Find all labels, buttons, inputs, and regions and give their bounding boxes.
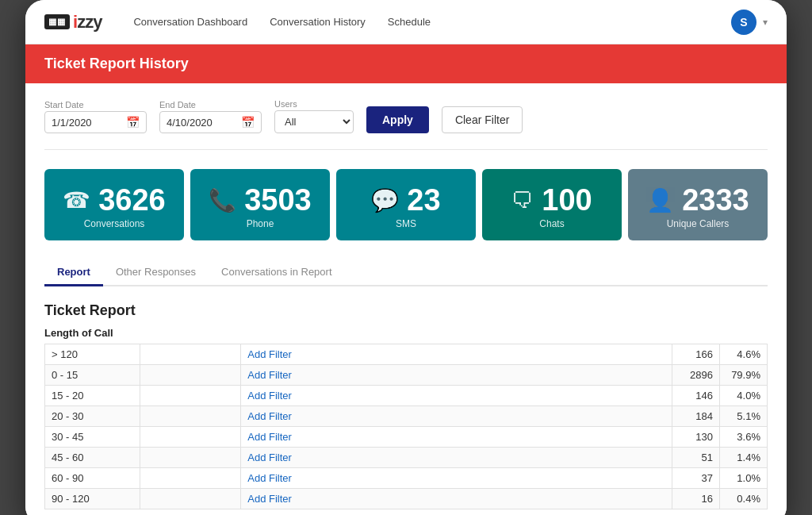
spacer-cell bbox=[140, 386, 241, 406]
filter-row: Start Date 📅 End Date 📅 Users All A bbox=[44, 99, 768, 150]
start-date-input-wrap: 📅 bbox=[44, 111, 147, 133]
pct-cell: 1.0% bbox=[720, 468, 768, 489]
tab-other-responses[interactable]: Other Responses bbox=[103, 259, 209, 286]
device-frame: ▦▦ izzy Conversation Dashboard Conversat… bbox=[25, 0, 787, 515]
end-date-field: End Date 📅 bbox=[159, 100, 262, 133]
tabs-row: Report Other Responses Conversations in … bbox=[44, 259, 768, 286]
add-filter-button[interactable]: Add Filter bbox=[241, 468, 672, 489]
range-cell: 60 - 90 bbox=[45, 468, 140, 489]
clear-filter-button[interactable]: Clear Filter bbox=[442, 106, 523, 133]
unique-label: Unique Callers bbox=[667, 218, 730, 229]
count-cell: 166 bbox=[672, 344, 720, 365]
stat-card-conversations: ☎ 3626 Conversations bbox=[44, 169, 184, 240]
phone-icon: 📞 bbox=[209, 187, 236, 213]
spacer-cell bbox=[140, 427, 241, 448]
pct-cell: 4.0% bbox=[720, 386, 768, 406]
spacer-cell bbox=[140, 489, 241, 509]
unique-callers-icon: 👤 bbox=[646, 187, 674, 213]
table-row: 20 - 30 Add Filter 184 5.1% bbox=[45, 406, 768, 427]
calendar-icon: 📅 bbox=[126, 116, 140, 129]
table-row: 0 - 15 Add Filter 2896 79.9% bbox=[45, 365, 768, 386]
stat-card-chats: 🗨 100 Chats bbox=[482, 169, 622, 240]
report-title: Ticket Report bbox=[44, 302, 768, 319]
tab-conversations-in-report[interactable]: Conversations in Report bbox=[209, 259, 344, 286]
apply-button[interactable]: Apply bbox=[366, 106, 429, 133]
table-row: > 120 Add Filter 166 4.6% bbox=[45, 344, 768, 365]
phone-number: 3503 bbox=[244, 185, 312, 215]
report-section: Ticket Report Length of Call > 120 Add F… bbox=[44, 302, 768, 509]
range-cell: 15 - 20 bbox=[45, 386, 140, 406]
sms-icon: 💬 bbox=[371, 187, 399, 213]
page-header: Ticket Report History bbox=[25, 44, 787, 83]
count-cell: 146 bbox=[672, 386, 720, 406]
add-filter-button[interactable]: Add Filter bbox=[241, 344, 672, 365]
add-filter-button[interactable]: Add Filter bbox=[241, 489, 672, 509]
nav-schedule[interactable]: Schedule bbox=[388, 16, 431, 28]
report-table: > 120 Add Filter 166 4.6% 0 - 15 Add Fil… bbox=[44, 344, 768, 509]
end-date-label: End Date bbox=[159, 100, 262, 110]
add-filter-button[interactable]: Add Filter bbox=[241, 386, 672, 406]
pct-cell: 5.1% bbox=[720, 406, 768, 427]
logo-text: izzy bbox=[73, 12, 102, 33]
pct-cell: 3.6% bbox=[720, 427, 768, 448]
range-cell: 20 - 30 bbox=[45, 406, 140, 427]
tab-report[interactable]: Report bbox=[44, 259, 103, 286]
calendar-icon-end: 📅 bbox=[241, 116, 255, 129]
logo-icon: ▦▦ bbox=[44, 14, 70, 29]
users-filter: Users All bbox=[274, 99, 354, 133]
nav-links: Conversation Dashboard Conversation Hist… bbox=[133, 16, 731, 28]
table-row: 60 - 90 Add Filter 37 1.0% bbox=[45, 468, 768, 489]
range-cell: 90 - 120 bbox=[45, 489, 140, 509]
pct-cell: 1.4% bbox=[720, 448, 768, 468]
table-row: 15 - 20 Add Filter 146 4.0% bbox=[45, 386, 768, 406]
range-cell: 30 - 45 bbox=[45, 427, 140, 448]
conversations-number: 3626 bbox=[98, 185, 166, 215]
spacer-cell bbox=[140, 448, 241, 468]
chats-icon: 🗨 bbox=[511, 187, 534, 213]
spacer-cell bbox=[140, 468, 241, 489]
add-filter-button[interactable]: Add Filter bbox=[241, 448, 672, 468]
start-date-input[interactable] bbox=[52, 117, 123, 129]
count-cell: 51 bbox=[672, 448, 720, 468]
stat-card-phone: 📞 3503 Phone bbox=[190, 169, 330, 240]
nav-conversation-history[interactable]: Conversation History bbox=[270, 16, 366, 28]
end-date-input[interactable] bbox=[167, 117, 238, 129]
table-row: 45 - 60 Add Filter 51 1.4% bbox=[45, 448, 768, 468]
conversations-label: Conversations bbox=[84, 218, 145, 229]
count-cell: 2896 bbox=[672, 365, 720, 386]
start-date-label: Start Date bbox=[44, 100, 147, 110]
count-cell: 130 bbox=[672, 427, 720, 448]
chevron-down-icon: ▾ bbox=[763, 17, 768, 28]
pct-cell: 79.9% bbox=[720, 365, 768, 386]
spacer-cell bbox=[140, 344, 241, 365]
users-select[interactable]: All bbox=[274, 110, 354, 133]
end-date-input-wrap: 📅 bbox=[159, 111, 262, 133]
range-cell: 0 - 15 bbox=[45, 365, 140, 386]
avatar[interactable]: S bbox=[731, 10, 756, 35]
stat-card-unique: 👤 2333 Unique Callers bbox=[628, 169, 768, 240]
nav-conversation-dashboard[interactable]: Conversation Dashboard bbox=[133, 16, 247, 28]
phone-label: Phone bbox=[247, 218, 274, 229]
stat-card-sms: 💬 23 SMS bbox=[336, 169, 476, 240]
sms-number: 23 bbox=[407, 185, 440, 215]
page-title: Ticket Report History bbox=[44, 56, 189, 71]
count-cell: 37 bbox=[672, 468, 720, 489]
users-label: Users bbox=[274, 99, 354, 109]
nav-right: S ▾ bbox=[731, 10, 768, 35]
unique-number: 2333 bbox=[682, 185, 749, 215]
table-row: 90 - 120 Add Filter 16 0.4% bbox=[45, 489, 768, 509]
stats-row: ☎ 3626 Conversations 📞 3503 Phone 💬 23 S… bbox=[44, 169, 768, 240]
report-section-title: Length of Call bbox=[44, 327, 768, 339]
pct-cell: 4.6% bbox=[720, 344, 768, 365]
sms-label: SMS bbox=[396, 218, 416, 229]
spacer-cell bbox=[140, 406, 241, 427]
count-cell: 184 bbox=[672, 406, 720, 427]
add-filter-button[interactable]: Add Filter bbox=[241, 427, 672, 448]
conversations-icon: ☎ bbox=[63, 187, 90, 213]
add-filter-button[interactable]: Add Filter bbox=[241, 365, 672, 386]
chats-number: 100 bbox=[542, 185, 592, 215]
chats-label: Chats bbox=[539, 218, 564, 229]
navbar: ▦▦ izzy Conversation Dashboard Conversat… bbox=[25, 0, 787, 44]
table-row: 30 - 45 Add Filter 130 3.6% bbox=[45, 427, 768, 448]
add-filter-button[interactable]: Add Filter bbox=[241, 406, 672, 427]
